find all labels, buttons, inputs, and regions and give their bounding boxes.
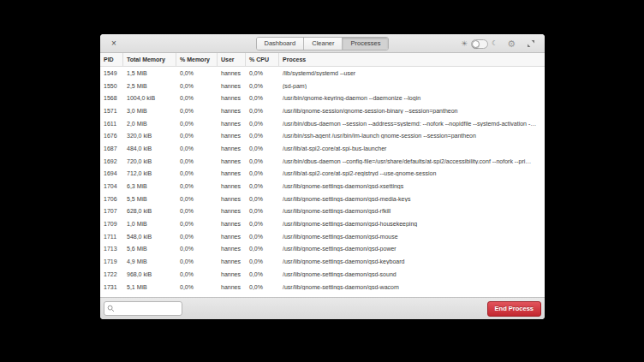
column-header-user[interactable]: User xyxy=(218,53,246,67)
tab-dashboard[interactable]: Dashboard xyxy=(257,38,305,50)
process-row[interactable]: 1713 5,6 MiB 0,0% hannes 0,0% /usr/lib/g… xyxy=(100,243,545,256)
cell-user: hannes xyxy=(218,196,246,202)
cell-user: hannes xyxy=(218,271,246,277)
process-row[interactable]: 1692 720,0 kiB 0,0% hannes 0,0% /usr/bin… xyxy=(100,155,545,168)
cell-total-memory: 320,0 kiB xyxy=(123,133,176,139)
tab-processes[interactable]: Processes xyxy=(343,38,388,50)
process-row[interactable]: 1709 1,0 MiB 0,0% hannes 0,0% /usr/lib/g… xyxy=(100,217,545,230)
cell-percent-memory: 0,0% xyxy=(176,95,218,101)
cell-pid: 1568 xyxy=(100,95,123,101)
cell-pid: 1611 xyxy=(100,121,123,127)
cell-percent-memory: 0,0% xyxy=(176,145,218,151)
cell-percent-memory: 0,0% xyxy=(176,271,218,277)
cell-process: /lib/systemd/systemd --user xyxy=(279,70,545,76)
cell-percent-cpu: 0,0% xyxy=(246,108,279,114)
cell-percent-cpu: 0,0% xyxy=(246,271,279,277)
cell-total-memory: 968,0 kiB xyxy=(123,271,176,277)
tab-cleaner[interactable]: Cleaner xyxy=(304,38,343,50)
cell-user: hannes xyxy=(218,258,246,264)
cell-percent-memory: 0,0% xyxy=(176,284,218,290)
cell-pid: 1707 xyxy=(100,208,123,214)
cell-user: hannes xyxy=(218,221,246,227)
cell-user: hannes xyxy=(218,121,246,127)
cell-process: /usr/bin/gnome-keyring-daemon --daemoniz… xyxy=(279,95,545,101)
column-header-percent-memory[interactable]: % Memory xyxy=(176,53,218,67)
view-switcher: Dashboard Cleaner Processes xyxy=(256,37,390,50)
process-row[interactable]: 1611 2,0 MiB 0,0% hannes 0,0% /usr/bin/d… xyxy=(100,117,545,130)
cell-user: hannes xyxy=(218,83,246,89)
process-row[interactable]: 1707 628,0 kiB 0,0% hannes 0,0% /usr/lib… xyxy=(100,205,545,218)
cell-user: hannes xyxy=(218,70,246,76)
cell-total-memory: 2,5 MiB xyxy=(123,83,176,89)
cell-pid: 1706 xyxy=(100,196,123,202)
cell-total-memory: 5,6 MiB xyxy=(123,246,176,252)
cell-total-memory: 548,0 kiB xyxy=(123,234,176,240)
column-header-total-memory[interactable]: Total Memory xyxy=(123,53,176,67)
monitor-app-window: × Dashboard Cleaner Processes ☀ ☾ ⚙ xyxy=(100,34,545,319)
titlebar: × Dashboard Cleaner Processes ☀ ☾ ⚙ xyxy=(100,34,545,53)
process-row[interactable]: 1571 3,0 MiB 0,0% hannes 0,0% /usr/lib/g… xyxy=(100,104,545,117)
cell-percent-cpu: 0,0% xyxy=(246,83,279,89)
cell-process: /usr/lib/gnome-session/gnome-session-bin… xyxy=(279,108,545,114)
cell-pid: 1694 xyxy=(100,170,123,176)
process-row[interactable]: 1568 1004,0 kiB 0,0% hannes 0,0% /usr/bi… xyxy=(100,92,545,104)
process-row[interactable]: 1706 5,5 MiB 0,0% hannes 0,0% /usr/lib/g… xyxy=(100,193,545,205)
dark-mode-switch[interactable] xyxy=(471,39,488,49)
cell-total-memory: 4,9 MiB xyxy=(123,258,176,264)
cell-percent-cpu: 0,0% xyxy=(246,133,279,139)
cell-process: (sd-pam) xyxy=(279,83,545,89)
cell-total-memory: 5,1 MiB xyxy=(123,284,176,290)
process-row[interactable]: 1694 712,0 kiB 0,0% hannes 0,0% /usr/lib… xyxy=(100,168,545,181)
cell-process: /usr/lib/gnome-settings-daemon/gsd-wacom xyxy=(279,284,545,290)
cell-pid: 1704 xyxy=(100,183,123,189)
column-header-pid[interactable]: PID xyxy=(100,53,123,67)
cell-user: hannes xyxy=(218,170,246,176)
cell-process: /usr/bin/ssh-agent /usr/bin/im-launch gn… xyxy=(279,133,545,139)
cell-pid: 1676 xyxy=(100,133,123,139)
process-row[interactable]: 1550 2,5 MiB 0,0% hannes 0,0% (sd-pam) xyxy=(100,80,545,92)
cell-percent-memory: 0,0% xyxy=(176,246,218,252)
column-header-percent-cpu[interactable]: % CPU xyxy=(246,53,279,67)
process-row[interactable]: 1722 968,0 kiB 0,0% hannes 0,0% /usr/lib… xyxy=(100,268,545,281)
cell-percent-cpu: 0,0% xyxy=(246,158,279,164)
gear-icon[interactable]: ⚙ xyxy=(507,39,516,49)
process-row[interactable]: 1719 4,9 MiB 0,0% hannes 0,0% /usr/lib/g… xyxy=(100,255,545,268)
cell-percent-memory: 0,0% xyxy=(176,108,218,114)
cell-percent-cpu: 0,0% xyxy=(246,70,279,76)
cell-pid: 1571 xyxy=(100,108,123,114)
cell-user: hannes xyxy=(218,95,246,101)
process-table: 1549 1,5 MiB 0,0% hannes 0,0% /lib/syste… xyxy=(100,67,545,297)
cell-percent-cpu: 0,0% xyxy=(246,246,279,252)
cell-percent-cpu: 0,0% xyxy=(246,170,279,176)
cell-percent-memory: 0,0% xyxy=(176,258,218,264)
cell-percent-cpu: 0,0% xyxy=(246,258,279,264)
column-header-process[interactable]: Process xyxy=(279,53,545,67)
cell-total-memory: 628,0 kiB xyxy=(123,208,176,214)
end-process-button[interactable]: End Process xyxy=(487,301,541,317)
cell-percent-cpu: 0,0% xyxy=(246,284,279,290)
process-row[interactable]: 1704 6,3 MiB 0,0% hannes 0,0% /usr/lib/g… xyxy=(100,180,545,193)
process-row[interactable]: 1687 484,0 kiB 0,0% hannes 0,0% /usr/lib… xyxy=(100,142,545,155)
cell-percent-cpu: 0,0% xyxy=(246,221,279,227)
dark-mode-moon-icon: ☾ xyxy=(492,40,498,47)
cell-total-memory: 720,0 kiB xyxy=(123,158,176,164)
cell-pid: 1722 xyxy=(100,271,123,277)
cell-process: /usr/lib/gnome-settings-daemon/gsd-sound xyxy=(279,271,545,277)
process-row[interactable]: 1731 5,1 MiB 0,0% hannes 0,0% /usr/lib/g… xyxy=(100,281,545,294)
process-row[interactable]: 1549 1,5 MiB 0,0% hannes 0,0% /lib/syste… xyxy=(100,67,545,80)
close-button[interactable]: × xyxy=(108,38,120,50)
cell-user: hannes xyxy=(218,208,246,214)
search-input[interactable] xyxy=(116,306,179,312)
cell-percent-cpu: 0,0% xyxy=(246,234,279,240)
cell-percent-cpu: 0,0% xyxy=(246,95,279,101)
process-row[interactable]: 1676 320,0 kiB 0,0% hannes 0,0% /usr/bin… xyxy=(100,129,545,142)
cell-percent-memory: 0,0% xyxy=(176,83,218,89)
cell-percent-memory: 0,0% xyxy=(176,70,218,76)
cell-percent-cpu: 0,0% xyxy=(246,208,279,214)
cell-process: /usr/lib/gnome-settings-daemon/gsd-house… xyxy=(279,221,545,227)
cell-process: /usr/lib/gnome-settings-daemon/gsd-media… xyxy=(279,196,545,202)
fullscreen-expand-icon[interactable] xyxy=(527,39,535,48)
process-row[interactable]: 1711 548,0 kiB 0,0% hannes 0,0% /usr/lib… xyxy=(100,230,545,243)
cell-total-memory: 5,5 MiB xyxy=(123,196,176,202)
search-field[interactable] xyxy=(104,301,182,316)
